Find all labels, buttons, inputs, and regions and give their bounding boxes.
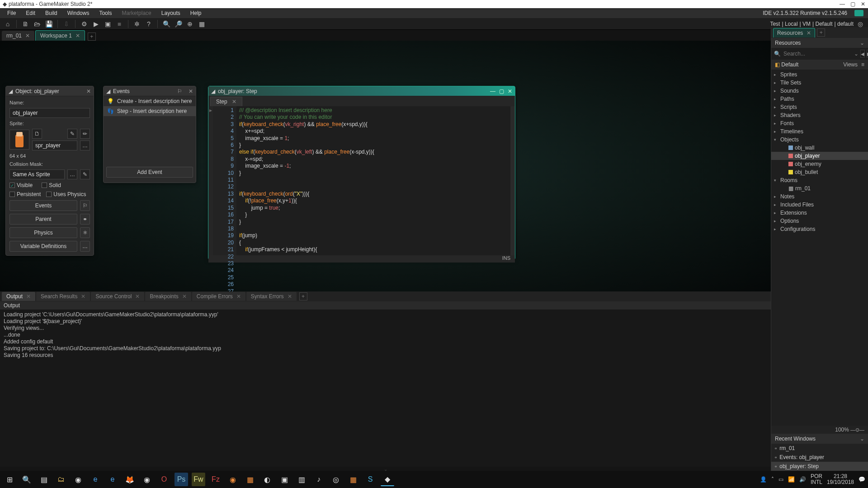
tree-leaf[interactable]: obj_player [771, 152, 868, 160]
add-event-button[interactable]: Add Event [106, 167, 193, 178]
chevron-down-icon[interactable]: ⌄ [860, 40, 864, 46]
import-icon[interactable]: ⇩ [61, 19, 71, 29]
physics-expand-icon[interactable]: ⚛ [80, 227, 90, 238]
target-default[interactable]: | default [835, 21, 854, 27]
start-icon[interactable]: ⊞ [3, 473, 16, 486]
close-tab-icon[interactable]: ✕ [135, 293, 140, 300]
tray-people-icon[interactable]: 👤 [760, 476, 767, 483]
minimize-icon[interactable]: — [840, 1, 845, 7]
recent-item[interactable]: ▫rm_01 [771, 444, 868, 453]
events-expand-icon[interactable]: ⚐ [80, 200, 90, 211]
output-tab[interactable]: Search Results✕ [36, 292, 90, 301]
output-body[interactable]: Loading project 'C:\Users\Gui\Documents\… [0, 310, 771, 467]
mask-edit-icon[interactable]: ✎ [80, 169, 90, 179]
event-item[interactable]: 💡Create - Insert description here [104, 96, 196, 106]
close-tab-icon[interactable]: ✕ [25, 33, 30, 39]
tree-folder[interactable]: ▸Shaders [771, 111, 868, 119]
target-local[interactable]: | Local [782, 21, 797, 27]
workspace-tab[interactable]: Workspace 1✕ [35, 30, 85, 41]
event-item[interactable]: 👣Step - Insert description here [104, 106, 196, 116]
resources-header[interactable]: Resources⌄ [771, 38, 868, 48]
tray-wifi-icon[interactable]: 📶 [788, 476, 795, 483]
close-tab-icon[interactable]: ✕ [288, 293, 292, 300]
app-icon-4[interactable]: ▥ [295, 473, 308, 486]
save-icon[interactable]: 💾 [44, 19, 54, 29]
tree-folder[interactable]: ▸Paths [771, 95, 868, 103]
zoom-indicator[interactable]: 100% —⊙— [771, 426, 868, 434]
object-name-input[interactable] [9, 108, 90, 118]
tree-folder[interactable]: ▸Notes [771, 192, 868, 201]
brush-icon[interactable]: ✏ [80, 129, 90, 139]
output-tab[interactable]: Compile Errors✕ [192, 292, 245, 301]
code-margin[interactable]: ▸ [208, 106, 213, 255]
tree-folder[interactable]: ▸Sounds [771, 87, 868, 95]
menu-marketplace[interactable]: Marketplace [117, 9, 156, 17]
search-task-icon[interactable]: 🔍 [20, 473, 33, 486]
layout-icon[interactable]: ▦ [197, 19, 207, 29]
target-vm[interactable]: | VM [800, 21, 811, 27]
close-tab-icon[interactable]: ✕ [807, 30, 811, 36]
tree-folder[interactable]: ▾Rooms [771, 176, 868, 184]
events-button[interactable]: Events [9, 200, 77, 211]
zoom-out-icon[interactable]: 🔎 [173, 19, 183, 29]
solid-checkbox[interactable]: Solid [42, 182, 61, 188]
steam-icon[interactable]: ◉ [71, 473, 85, 486]
target-default[interactable]: | Default [812, 21, 832, 27]
physics-checkbox[interactable]: Uses Physics [46, 191, 86, 197]
chrome-icon[interactable]: ◉ [140, 473, 154, 486]
menu-help[interactable]: Help [186, 9, 206, 17]
tree-folder[interactable]: ▸Fonts [771, 119, 868, 127]
eclipse-icon[interactable]: ◐ [260, 473, 274, 486]
close-tab-icon[interactable]: ✕ [236, 293, 241, 300]
tree-folder[interactable]: ▸Tile Sets [771, 79, 868, 87]
zoom-reset-icon[interactable]: ⊕ [185, 19, 195, 29]
sprite-picker-icon[interactable]: … [80, 141, 90, 150]
stop-icon[interactable]: ■ [114, 19, 124, 29]
persistent-checkbox[interactable]: Persistent [9, 191, 41, 197]
app-icon-1[interactable]: ◉ [226, 473, 240, 486]
panel-close-icon[interactable]: ✕ [86, 88, 91, 94]
menu-build[interactable]: Build [41, 9, 62, 17]
output-tab[interactable]: Output✕ [2, 292, 35, 301]
settings-icon[interactable]: ✲ [132, 19, 142, 29]
workspace-stage[interactable]: ◢Object: obj_player✕ Name: Sprite: 🗋✎✏ …… [0, 41, 771, 291]
tree-folder[interactable]: ▸Options [771, 217, 868, 225]
resources-tab[interactable]: Resources✕ [773, 28, 815, 38]
collapse-icon[interactable]: ◢ [106, 88, 110, 94]
mask-picker-icon[interactable]: … [67, 169, 77, 179]
taskview-icon[interactable]: ▤ [37, 473, 51, 486]
recent-item[interactable]: ▫obj_player: Step [771, 462, 868, 471]
tree-leaf[interactable]: obj_bullet [771, 168, 868, 176]
close-code-icon[interactable]: ✕ [508, 88, 512, 94]
add-output-tab[interactable]: + [299, 292, 307, 300]
ie-icon[interactable]: e [89, 473, 102, 486]
menu-layouts[interactable]: Layouts [157, 9, 185, 17]
explorer-icon[interactable]: 🗂 [54, 473, 68, 486]
maximize-code-icon[interactable]: ▢ [499, 88, 504, 94]
sprite-name-input[interactable] [32, 141, 77, 150]
tree-leaf[interactable]: obj_wall [771, 144, 868, 152]
sync-icon[interactable] [854, 10, 863, 16]
minimize-code-icon[interactable]: — [490, 88, 495, 94]
tray-up-icon[interactable]: ˄ [771, 476, 774, 483]
chevron-down-icon[interactable]: ⌄ [860, 436, 864, 442]
menu-edit[interactable]: Edit [21, 9, 40, 17]
panel-close-icon[interactable]: ✕ [189, 88, 193, 94]
tree-folder[interactable]: ▸Timelines [771, 127, 868, 136]
firefox-icon[interactable]: 🦊 [123, 473, 137, 486]
app-icon-2[interactable]: ▦ [243, 473, 257, 486]
collapse-icon[interactable]: ◢ [9, 88, 13, 94]
collapse-icon[interactable]: ◢ [211, 88, 215, 94]
mask-input[interactable] [9, 169, 65, 179]
close-icon[interactable]: ✕ [861, 1, 865, 7]
views-label[interactable]: Views [843, 61, 858, 68]
open-icon[interactable]: 🗁 [32, 19, 42, 29]
close-tab-icon[interactable]: ✕ [26, 293, 31, 300]
add-side-tab[interactable]: + [817, 28, 825, 37]
close-tab-icon[interactable]: ✕ [81, 293, 85, 300]
views-menu-icon[interactable]: ≡ [861, 61, 864, 68]
sprite-preview[interactable] [9, 130, 29, 150]
tree-folder[interactable]: ▸Extensions [771, 209, 868, 217]
recent-item[interactable]: ▫Events: obj_player [771, 453, 868, 462]
menu-tools[interactable]: Tools [94, 9, 116, 17]
